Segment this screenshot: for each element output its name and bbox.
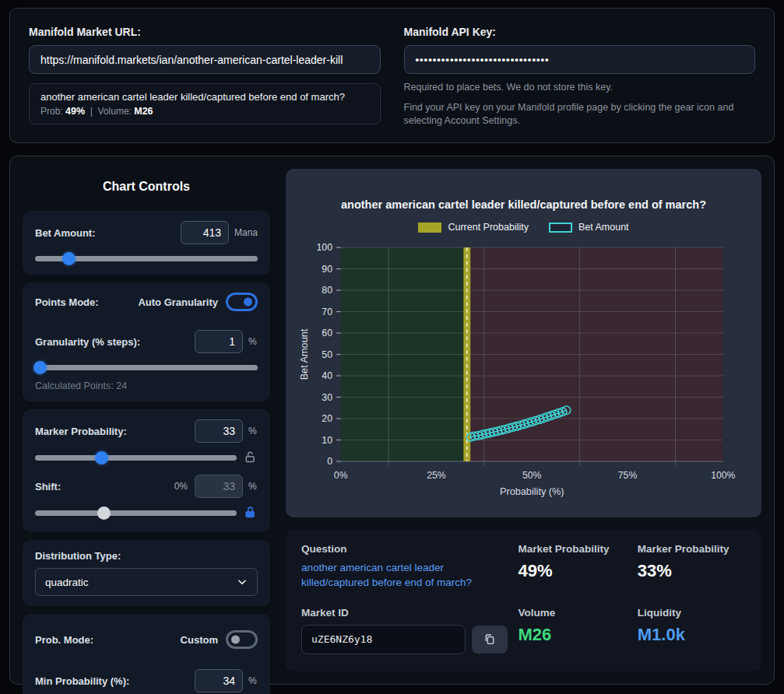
custom-mode-label: Custom (181, 634, 218, 646)
stat-volume: Volume M26 (519, 607, 627, 658)
bet-amount-input[interactable]: 413 (181, 221, 229, 244)
chart-panel: another american cartel leader killed/ca… (286, 169, 761, 517)
svg-text:0: 0 (327, 456, 332, 467)
shift-input[interactable]: 33 (195, 475, 243, 498)
question-link[interactable]: another american cartel leader killed/ca… (301, 561, 508, 591)
custom-mode-toggle[interactable] (226, 630, 258, 649)
svg-text:10: 10 (322, 435, 332, 446)
market-summary-question: another american cartel leader killed/ca… (40, 91, 369, 103)
chart-controls-sidebar: Chart Controls Bet Amount: 413 Mana Poin… (23, 169, 270, 671)
api-key-input[interactable]: ••••••••••••••••••••••••••••••• (404, 45, 756, 74)
app-root: Manifold Market URL: https://manifold.ma… (0, 0, 784, 694)
shift-label: Shift: (35, 481, 174, 492)
toggle-knob (231, 636, 240, 644)
granularity-slider[interactable] (35, 361, 258, 373)
stat-label: Liquidity (638, 607, 746, 619)
min-probability-unit: % (248, 675, 258, 686)
prob-value: 49% (65, 106, 85, 117)
svg-text:Bet Amount: Bet Amount (298, 328, 310, 380)
stat-value: M26 (519, 625, 627, 645)
marker-probability-label: Marker Probability: (35, 426, 195, 437)
svg-text:70: 70 (322, 307, 332, 317)
svg-text:30: 30 (322, 392, 332, 403)
market-id-cell: Market ID uZE6NZ6y18 (301, 607, 508, 658)
stat-label: Volume (519, 607, 627, 619)
copy-icon (483, 633, 496, 646)
svg-text:100: 100 (317, 242, 333, 253)
api-key-help-1: Required to place bets. We do not store … (404, 81, 756, 94)
granularity-label: Granularity (% steps): (35, 336, 195, 348)
chart-controls-title: Chart Controls (23, 180, 270, 194)
marker-probability-input[interactable]: 33 (195, 419, 243, 443)
prob-label: Prob: (40, 106, 63, 117)
granularity-slider-thumb[interactable] (33, 361, 47, 374)
svg-text:90: 90 (322, 264, 332, 275)
svg-text:80: 80 (322, 285, 332, 296)
svg-text:20: 20 (322, 413, 332, 424)
stat-liquidity: Liquidity M1.0k (638, 607, 746, 658)
svg-text:40: 40 (322, 370, 332, 381)
bet-amount-chart[interactable]: 01020304050607080901000%25%50%75%100%Pro… (295, 236, 752, 510)
shift-slider[interactable] (35, 506, 237, 519)
lock-open-icon (244, 450, 257, 464)
points-mode-label: Points Mode: (35, 296, 138, 308)
bet-amount-label: Bet Amount: (35, 227, 181, 239)
marker-shift-card: Marker Probability: 33 % (23, 409, 270, 532)
shift-lock-button[interactable] (244, 506, 258, 519)
market-id-input[interactable]: uZE6NZ6y18 (301, 625, 466, 654)
chevron-down-icon (237, 577, 248, 587)
shift-prefix: 0% (174, 481, 188, 492)
legend-swatch (549, 223, 572, 233)
marker-probability-slider[interactable] (35, 451, 237, 464)
stat-value: M1.0k (638, 625, 746, 645)
distribution-label: Distribution Type: (35, 550, 258, 562)
distribution-select[interactable]: quadratic (35, 568, 258, 596)
legend-item[interactable]: Current Probability (418, 222, 529, 233)
shift-slider-thumb[interactable] (97, 506, 111, 520)
auto-granularity-toggle[interactable] (226, 293, 258, 311)
legend-label: Current Probability (448, 222, 529, 233)
bet-amount-slider[interactable] (35, 252, 258, 265)
copy-market-id-button[interactable] (472, 626, 508, 654)
volume-value: M26 (134, 106, 153, 117)
marker-probability-unit: % (248, 426, 258, 436)
shift-unit: % (248, 481, 258, 492)
min-probability-input[interactable]: 34 (195, 669, 243, 692)
granularity-unit: % (248, 336, 258, 347)
legend-label: Bet Amount (578, 222, 629, 233)
bet-amount-slider-thumb[interactable] (62, 252, 76, 265)
api-key-section: Manifold API Key: ••••••••••••••••••••••… (404, 26, 756, 125)
toggle-knob (244, 298, 252, 307)
market-setup-panel: Manifold Market URL: https://manifold.ma… (9, 8, 775, 143)
volume-label: Volume: (98, 106, 132, 117)
legend-item[interactable]: Bet Amount (549, 222, 629, 233)
min-probability-label: Min Probability (%): (35, 675, 195, 687)
market-info-panel: Question another american cartel leader … (286, 530, 761, 671)
svg-text:25%: 25% (427, 470, 446, 481)
marker-lock-button[interactable] (244, 450, 258, 464)
chart-main-panel: Chart Controls Bet Amount: 413 Mana Poin… (9, 156, 775, 685)
legend-swatch (418, 223, 441, 233)
question-cell: Question another american cartel leader … (301, 543, 508, 594)
marker-probability-slider-track[interactable] (35, 455, 237, 461)
api-key-help-2: Find your API key on your Manifold profi… (404, 101, 756, 128)
chart-legend: Current ProbabilityBet Amount (295, 222, 752, 233)
svg-text:60: 60 (322, 328, 332, 338)
granularity-input[interactable]: 1 (195, 330, 243, 353)
svg-text:100%: 100% (711, 470, 735, 481)
bet-amount-unit: Mana (234, 227, 258, 238)
marker-probability-slider-thumb[interactable] (95, 451, 108, 464)
granularity-slider-track[interactable] (35, 365, 258, 370)
api-key-label: Manifold API Key: (404, 26, 756, 38)
svg-text:50%: 50% (522, 470, 542, 481)
svg-text:Probability (%): Probability (%) (500, 485, 564, 497)
market-url-input[interactable]: https://manifold.markets/ian/another-ame… (29, 45, 381, 74)
svg-text:75%: 75% (618, 470, 638, 481)
stat-label: Market Probability (519, 543, 627, 555)
svg-text:0%: 0% (334, 470, 348, 481)
auto-granularity-label: Auto Granularity (138, 296, 218, 308)
distribution-value: quadratic (45, 577, 89, 588)
chart-column: another american cartel leader killed/ca… (286, 169, 761, 671)
shift-slider-track[interactable] (35, 510, 237, 516)
question-label: Question (301, 543, 508, 555)
